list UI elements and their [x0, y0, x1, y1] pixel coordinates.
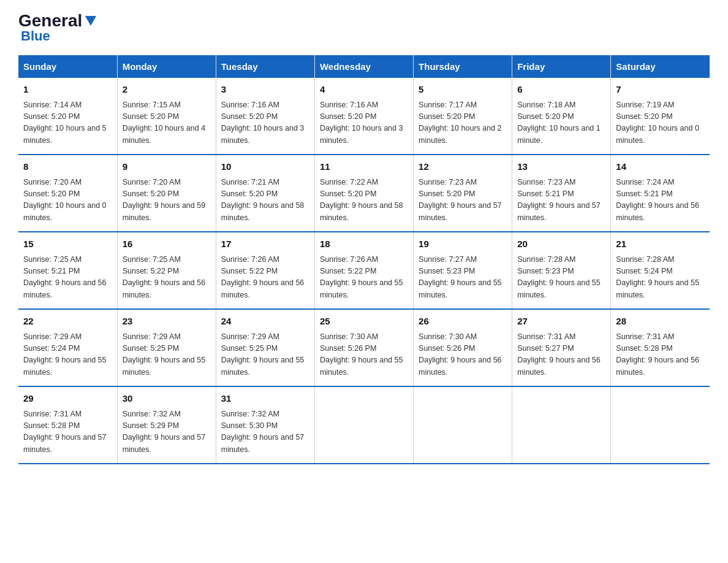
day-number: 28: [616, 315, 705, 329]
calendar-week-row: 15Sunrise: 7:25 AMSunset: 5:21 PMDayligh…: [18, 232, 710, 309]
day-number: 8: [23, 160, 112, 174]
calendar-cell: 31Sunrise: 7:32 AMSunset: 5:30 PMDayligh…: [216, 386, 314, 464]
day-info: Sunrise: 7:32 AMSunset: 5:30 PMDaylight:…: [221, 408, 309, 456]
calendar-cell: 7Sunrise: 7:19 AMSunset: 5:20 PMDaylight…: [611, 78, 710, 155]
day-info: Sunrise: 7:21 AMSunset: 5:20 PMDaylight:…: [221, 177, 309, 224]
calendar-cell: [512, 386, 611, 464]
day-number: 11: [320, 160, 408, 174]
day-info: Sunrise: 7:29 AMSunset: 5:25 PMDaylight:…: [221, 331, 309, 379]
day-number: 17: [221, 237, 309, 251]
day-number: 27: [517, 315, 605, 329]
calendar-cell: [414, 386, 512, 464]
day-info: Sunrise: 7:22 AMSunset: 5:20 PMDaylight:…: [320, 177, 408, 224]
calendar-cell: 5Sunrise: 7:17 AMSunset: 5:20 PMDaylight…: [414, 78, 512, 155]
day-info: Sunrise: 7:24 AMSunset: 5:21 PMDaylight:…: [616, 177, 705, 224]
calendar-cell: [611, 386, 710, 464]
calendar-cell: 23Sunrise: 7:29 AMSunset: 5:25 PMDayligh…: [117, 309, 216, 386]
day-number: 13: [517, 160, 605, 174]
calendar-cell: 28Sunrise: 7:31 AMSunset: 5:28 PMDayligh…: [611, 309, 710, 386]
logo-triangle-icon: [84, 13, 97, 27]
calendar-cell: 20Sunrise: 7:28 AMSunset: 5:23 PMDayligh…: [512, 232, 611, 309]
day-number: 26: [419, 315, 507, 329]
day-info: Sunrise: 7:32 AMSunset: 5:29 PMDaylight:…: [123, 408, 211, 456]
calendar-cell: 16Sunrise: 7:25 AMSunset: 5:22 PMDayligh…: [117, 232, 216, 309]
day-number: 3: [221, 83, 309, 97]
col-header-saturday: Saturday: [611, 55, 710, 78]
calendar-cell: 27Sunrise: 7:31 AMSunset: 5:27 PMDayligh…: [512, 309, 611, 386]
calendar-week-row: 22Sunrise: 7:29 AMSunset: 5:24 PMDayligh…: [18, 309, 710, 386]
day-number: 23: [123, 315, 211, 329]
day-info: Sunrise: 7:16 AMSunset: 5:20 PMDaylight:…: [320, 99, 408, 147]
day-info: Sunrise: 7:26 AMSunset: 5:22 PMDaylight:…: [221, 254, 309, 302]
day-number: 24: [221, 315, 309, 329]
calendar-cell: 21Sunrise: 7:28 AMSunset: 5:24 PMDayligh…: [611, 232, 710, 309]
day-number: 22: [23, 315, 112, 329]
logo: General Blue: [18, 12, 97, 44]
day-number: 7: [616, 83, 705, 97]
calendar-week-row: 29Sunrise: 7:31 AMSunset: 5:28 PMDayligh…: [18, 386, 710, 464]
day-info: Sunrise: 7:23 AMSunset: 5:20 PMDaylight:…: [419, 177, 507, 224]
day-info: Sunrise: 7:31 AMSunset: 5:27 PMDaylight:…: [517, 331, 605, 379]
calendar-cell: 1Sunrise: 7:14 AMSunset: 5:20 PMDaylight…: [18, 78, 117, 155]
day-info: Sunrise: 7:16 AMSunset: 5:20 PMDaylight:…: [221, 99, 309, 147]
calendar-cell: 30Sunrise: 7:32 AMSunset: 5:29 PMDayligh…: [117, 386, 216, 464]
day-info: Sunrise: 7:28 AMSunset: 5:23 PMDaylight:…: [517, 254, 605, 302]
day-info: Sunrise: 7:31 AMSunset: 5:28 PMDaylight:…: [616, 331, 705, 379]
calendar-cell: 29Sunrise: 7:31 AMSunset: 5:28 PMDayligh…: [18, 386, 117, 464]
day-info: Sunrise: 7:15 AMSunset: 5:20 PMDaylight:…: [123, 99, 211, 147]
day-number: 31: [221, 392, 309, 406]
day-number: 19: [419, 237, 507, 251]
day-info: Sunrise: 7:20 AMSunset: 5:20 PMDaylight:…: [23, 177, 112, 224]
calendar-cell: 4Sunrise: 7:16 AMSunset: 5:20 PMDaylight…: [314, 78, 413, 155]
day-info: Sunrise: 7:30 AMSunset: 5:26 PMDaylight:…: [320, 331, 408, 379]
col-header-monday: Monday: [117, 55, 216, 78]
calendar-cell: 24Sunrise: 7:29 AMSunset: 5:25 PMDayligh…: [216, 309, 314, 386]
day-info: Sunrise: 7:17 AMSunset: 5:20 PMDaylight:…: [419, 99, 507, 147]
calendar-cell: 13Sunrise: 7:23 AMSunset: 5:21 PMDayligh…: [512, 155, 611, 232]
day-info: Sunrise: 7:28 AMSunset: 5:24 PMDaylight:…: [616, 254, 705, 302]
calendar-cell: 2Sunrise: 7:15 AMSunset: 5:20 PMDaylight…: [117, 78, 216, 155]
day-info: Sunrise: 7:14 AMSunset: 5:20 PMDaylight:…: [23, 99, 112, 147]
day-number: 10: [221, 160, 309, 174]
day-number: 21: [616, 237, 705, 251]
day-info: Sunrise: 7:18 AMSunset: 5:20 PMDaylight:…: [517, 99, 605, 147]
calendar-cell: 18Sunrise: 7:26 AMSunset: 5:22 PMDayligh…: [314, 232, 413, 309]
calendar-cell: 25Sunrise: 7:30 AMSunset: 5:26 PMDayligh…: [314, 309, 413, 386]
calendar-cell: 10Sunrise: 7:21 AMSunset: 5:20 PMDayligh…: [216, 155, 314, 232]
day-number: 29: [23, 392, 112, 406]
day-number: 25: [320, 315, 408, 329]
day-info: Sunrise: 7:19 AMSunset: 5:20 PMDaylight:…: [616, 99, 705, 147]
calendar-cell: 12Sunrise: 7:23 AMSunset: 5:20 PMDayligh…: [414, 155, 512, 232]
calendar-week-row: 8Sunrise: 7:20 AMSunset: 5:20 PMDaylight…: [18, 155, 710, 232]
day-number: 18: [320, 237, 408, 251]
day-info: Sunrise: 7:29 AMSunset: 5:24 PMDaylight:…: [23, 331, 112, 379]
logo-general: General: [18, 12, 82, 29]
logo-blue: Blue: [21, 28, 50, 44]
calendar-cell: 3Sunrise: 7:16 AMSunset: 5:20 PMDaylight…: [216, 78, 314, 155]
calendar-cell: 9Sunrise: 7:20 AMSunset: 5:20 PMDaylight…: [117, 155, 216, 232]
calendar-header-row: SundayMondayTuesdayWednesdayThursdayFrid…: [18, 55, 710, 78]
day-number: 16: [123, 237, 211, 251]
page-header: General Blue: [18, 12, 710, 44]
day-info: Sunrise: 7:25 AMSunset: 5:21 PMDaylight:…: [23, 254, 112, 302]
day-info: Sunrise: 7:26 AMSunset: 5:22 PMDaylight:…: [320, 254, 408, 302]
calendar-cell: 26Sunrise: 7:30 AMSunset: 5:26 PMDayligh…: [414, 309, 512, 386]
svg-marker-0: [85, 16, 96, 26]
day-info: Sunrise: 7:23 AMSunset: 5:21 PMDaylight:…: [517, 177, 605, 224]
calendar-week-row: 1Sunrise: 7:14 AMSunset: 5:20 PMDaylight…: [18, 78, 710, 155]
calendar-table: SundayMondayTuesdayWednesdayThursdayFrid…: [18, 55, 710, 464]
calendar-cell: 14Sunrise: 7:24 AMSunset: 5:21 PMDayligh…: [611, 155, 710, 232]
day-info: Sunrise: 7:30 AMSunset: 5:26 PMDaylight:…: [419, 331, 507, 379]
col-header-wednesday: Wednesday: [314, 55, 413, 78]
calendar-cell: 15Sunrise: 7:25 AMSunset: 5:21 PMDayligh…: [18, 232, 117, 309]
day-number: 5: [419, 83, 507, 97]
day-number: 14: [616, 160, 705, 174]
day-number: 2: [123, 83, 211, 97]
calendar-cell: [314, 386, 413, 464]
day-number: 9: [123, 160, 211, 174]
day-number: 30: [123, 392, 211, 406]
day-number: 20: [517, 237, 605, 251]
day-info: Sunrise: 7:31 AMSunset: 5:28 PMDaylight:…: [23, 408, 112, 456]
day-number: 6: [517, 83, 605, 97]
day-number: 15: [23, 237, 112, 251]
